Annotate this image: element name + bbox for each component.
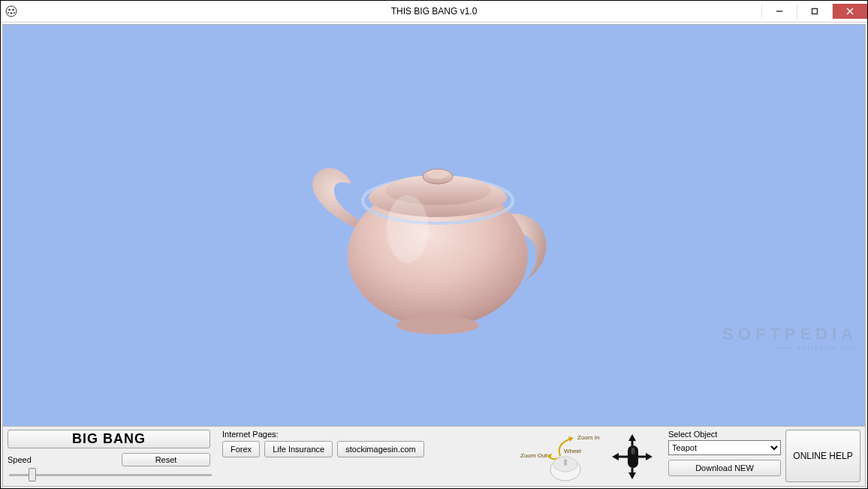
svg-point-16 (396, 316, 479, 334)
select-object-group: Select Object Teapot Download NEW (668, 430, 781, 483)
minimize-icon (776, 8, 783, 15)
help-group: ONLINE HELP (785, 430, 860, 483)
svg-marker-25 (628, 434, 636, 441)
zoom-in-label: Zoom In (577, 434, 599, 441)
zoom-out-label: Zoom Out (520, 452, 547, 459)
svg-marker-27 (628, 472, 636, 479)
close-button[interactable] (832, 4, 867, 19)
window-title: THIS BIG BANG v1.0 (1, 6, 867, 17)
watermark-sub: www.softpedia.com (722, 344, 857, 351)
svg-marker-29 (612, 453, 619, 460)
close-icon (846, 8, 854, 15)
maximize-button[interactable] (797, 4, 832, 19)
zoom-hint-icon: Zoom In Wheel Zoom Out (519, 430, 601, 483)
window-controls (761, 4, 867, 19)
svg-marker-31 (646, 453, 653, 460)
online-help-button[interactable]: ONLINE HELP (785, 430, 860, 482)
pan-hint-icon (606, 430, 659, 483)
watermark-main: SOFTPEDIA (722, 324, 857, 343)
svg-point-0 (6, 6, 17, 17)
svg-point-4 (8, 12, 9, 14)
panel-spacer (429, 430, 509, 483)
speed-slider[interactable] (9, 468, 212, 481)
stockimages-button[interactable]: stockimagesin.com (337, 441, 424, 457)
teapot-render (276, 101, 592, 349)
forex-button[interactable]: Forex (222, 441, 260, 457)
svg-rect-22 (564, 459, 567, 466)
object-combobox[interactable]: Teapot (668, 440, 781, 455)
svg-point-2 (12, 9, 14, 11)
svg-point-1 (8, 9, 11, 11)
titlebar: THIS BIG BANG v1.0 (1, 1, 867, 23)
internet-pages-group: Internet Pages: Forex Life Insurance sto… (222, 430, 424, 483)
mouse-hints: Zoom In Wheel Zoom Out (514, 430, 664, 483)
svg-rect-7 (812, 9, 818, 14)
3d-viewport[interactable]: SOFTPEDIA www.softpedia.com (3, 25, 865, 426)
svg-point-5 (14, 12, 15, 14)
maximize-icon (811, 8, 818, 15)
select-object-label: Select Object (668, 430, 781, 439)
svg-point-17 (387, 195, 429, 263)
wheel-label: Wheel (564, 448, 581, 454)
life-insurance-button[interactable]: Life Insurance (264, 441, 333, 457)
download-new-button[interactable]: Download NEW (668, 460, 781, 476)
internet-pages-legend: Internet Pages: (222, 430, 279, 439)
svg-point-15 (427, 170, 448, 179)
app-window: THIS BIG BANG v1.0 (0, 0, 868, 489)
app-icon (5, 5, 17, 17)
svg-point-3 (11, 12, 13, 14)
client-area: SOFTPEDIA www.softpedia.com BIG BANG Spe… (2, 24, 866, 487)
big-bang-button[interactable]: BIG BANG (8, 430, 210, 448)
bottom-panel: BIG BANG Speed Reset Internet Pages: For… (3, 426, 865, 486)
reset-button[interactable]: Reset (122, 453, 210, 466)
svg-rect-24 (631, 448, 635, 454)
watermark: SOFTPEDIA www.softpedia.com (722, 324, 857, 351)
action-group: BIG BANG Speed Reset (8, 430, 218, 483)
minimize-button[interactable] (761, 4, 797, 19)
speed-label: Speed (8, 455, 32, 464)
